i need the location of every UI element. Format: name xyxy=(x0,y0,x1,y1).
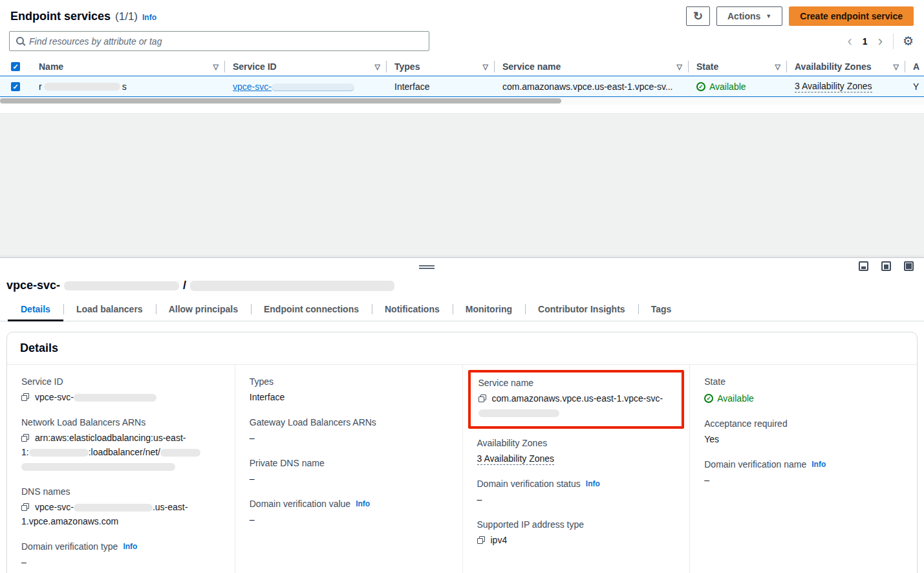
check-circle-icon: ✓ xyxy=(704,394,713,403)
redacted-value xyxy=(74,394,156,402)
cell-state: ✓ Available xyxy=(689,76,787,96)
tab-contributor-insights[interactable]: Contributor Insights xyxy=(525,299,638,321)
pagination: ‹ 1 › ⚙ xyxy=(846,34,914,49)
details-column-2: Types Interface Gateway Load Balancers A… xyxy=(235,365,462,573)
table-row[interactable]: ✓ r s vpce-svc- Interface com.amazonaws.… xyxy=(0,76,924,97)
redacted-value xyxy=(21,463,175,471)
details-section-title: Details xyxy=(7,332,917,365)
redacted-value xyxy=(160,449,200,457)
column-header-types[interactable]: Types ▽ xyxy=(387,58,495,76)
column-header-name[interactable]: Name ▽ xyxy=(31,58,225,76)
column-header-service-name[interactable]: Service name ▽ xyxy=(495,58,689,76)
column-header-state[interactable]: State ▽ xyxy=(689,58,787,76)
sort-icon[interactable]: ▽ xyxy=(894,63,899,71)
field-service-name-highlighted: Service name com.amazonaws.vpce.us-east-… xyxy=(468,370,685,429)
field-domain-verification-name: Domain verification name Info – xyxy=(704,459,903,487)
next-page-button[interactable]: › xyxy=(877,34,884,49)
table-section: Endpoint services (1/1) Info ↻ Actions ▼… xyxy=(0,0,924,114)
availability-zones-popover[interactable]: 3 Availability Zones xyxy=(477,453,555,465)
current-page-number[interactable]: 1 xyxy=(863,36,868,47)
column-header-service-id[interactable]: Service ID ▽ xyxy=(225,58,387,76)
details-column-1: Service ID vpce-svc- Network Load Balanc… xyxy=(7,365,235,573)
row-checkbox[interactable]: ✓ xyxy=(11,82,20,91)
select-all-checkbox[interactable]: ✓ xyxy=(11,62,20,71)
search-icon xyxy=(16,37,25,46)
field-private-dns-name: Private DNS name – xyxy=(250,458,448,486)
search-input[interactable] xyxy=(29,36,429,47)
panel-position-bottom-icon[interactable] xyxy=(859,261,868,271)
copy-icon[interactable] xyxy=(21,393,29,401)
service-id-link[interactable]: vpce-svc- xyxy=(233,81,354,92)
tab-allow-principals[interactable]: Allow principals xyxy=(156,299,251,321)
previous-page-button[interactable]: ‹ xyxy=(846,34,854,49)
split-panel: vpce-svc- / Details Load balancers Allow… xyxy=(0,257,924,549)
cell-service-name: com.amazonaws.vpce.us-east-1.vpce-sv... xyxy=(495,76,689,96)
redacted-title-id xyxy=(64,281,179,290)
field-service-id: Service ID vpce-svc- xyxy=(21,376,220,404)
info-link[interactable]: Info xyxy=(123,542,137,551)
panel-position-side-icon[interactable] xyxy=(904,261,914,271)
endpoint-services-page: Endpoint services (1/1) Info ↻ Actions ▼… xyxy=(0,0,924,549)
info-link[interactable]: Info xyxy=(356,499,370,508)
cell-types: Interface xyxy=(387,76,495,96)
column-header-availability-zones[interactable]: Availability Zones ▽ xyxy=(787,58,905,76)
toolbar-divider xyxy=(893,34,894,49)
row-select-cell: ✓ xyxy=(0,76,31,96)
tab-endpoint-connections[interactable]: Endpoint connections xyxy=(251,299,372,321)
table-bottom-space xyxy=(0,105,924,114)
refresh-button[interactable]: ↻ xyxy=(686,6,710,26)
sort-icon[interactable]: ▽ xyxy=(483,63,488,71)
horizontal-scrollbar[interactable] xyxy=(0,97,924,105)
field-domain-verification-type: Domain verification type Info – xyxy=(21,541,220,569)
redacted-name xyxy=(44,83,120,91)
tab-tags[interactable]: Tags xyxy=(638,299,685,321)
field-types: Types Interface xyxy=(250,376,448,404)
header-actions: ↻ Actions ▼ Create endpoint service xyxy=(686,6,914,26)
scrollbar-thumb[interactable] xyxy=(0,98,561,103)
copy-icon[interactable] xyxy=(21,503,29,511)
field-supported-ip-address-type: Supported IP address type ipv4 xyxy=(477,519,676,547)
info-link[interactable]: Info xyxy=(586,479,600,488)
sort-icon[interactable]: ▽ xyxy=(375,63,380,71)
actions-button-label: Actions xyxy=(727,11,760,21)
split-panel-header-bar xyxy=(0,258,924,277)
details-column-3: Service name com.amazonaws.vpce.us-east-… xyxy=(462,365,690,573)
sort-icon[interactable]: ▽ xyxy=(677,63,682,71)
details-grid: Service ID vpce-svc- Network Load Balanc… xyxy=(7,365,917,573)
field-domain-verification-value: Domain verification value Info – xyxy=(250,499,448,526)
panel-position-split-icon[interactable] xyxy=(881,261,891,271)
page-title-text: Endpoint services xyxy=(10,10,111,23)
column-header-acceptance[interactable]: A xyxy=(905,58,924,76)
availability-zones-popover[interactable]: 3 Availability Zones xyxy=(795,81,872,92)
cell-service-id: vpce-svc- xyxy=(225,76,387,96)
copy-icon[interactable] xyxy=(478,395,486,402)
copy-icon[interactable] xyxy=(21,434,29,442)
info-link[interactable]: Info xyxy=(811,460,826,469)
redacted-value xyxy=(29,449,89,457)
tab-details[interactable]: Details xyxy=(8,299,63,321)
redacted-service-id xyxy=(272,83,354,91)
status-badge: ✓ Available xyxy=(696,81,746,92)
tab-load-balancers[interactable]: Load balancers xyxy=(63,299,156,321)
sort-icon[interactable]: ▽ xyxy=(775,63,780,71)
details-column-4: State ✓ Available Acceptance required Ye… xyxy=(689,365,917,573)
tab-monitoring[interactable]: Monitoring xyxy=(453,299,525,321)
create-endpoint-service-button[interactable]: Create endpoint service xyxy=(789,6,914,26)
chevron-down-icon: ▼ xyxy=(766,13,771,19)
tab-notifications[interactable]: Notifications xyxy=(372,299,453,321)
search-box xyxy=(9,31,429,51)
actions-button[interactable]: Actions ▼ xyxy=(716,6,782,26)
settings-gear-icon[interactable]: ⚙ xyxy=(903,34,914,49)
resize-handle-icon[interactable] xyxy=(419,265,435,269)
background-gap xyxy=(0,114,924,257)
sort-icon[interactable]: ▽ xyxy=(213,63,219,71)
title-info-link[interactable]: Info xyxy=(142,13,156,22)
status-badge: ✓ Available xyxy=(704,391,754,405)
redacted-title-name xyxy=(190,281,394,291)
page-header: Endpoint services (1/1) Info ↻ Actions ▼… xyxy=(0,5,924,30)
check-circle-icon: ✓ xyxy=(696,82,705,91)
copy-icon[interactable] xyxy=(477,536,485,544)
field-acceptance-required: Acceptance required Yes xyxy=(704,418,903,446)
cell-availability-zones: 3 Availability Zones xyxy=(787,76,905,96)
redacted-value xyxy=(74,504,153,512)
